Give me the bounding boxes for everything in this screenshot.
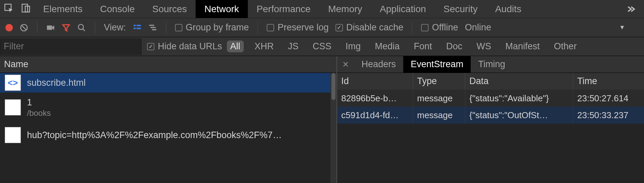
svg-rect-12 (152, 29, 156, 30)
request-name: 1 (27, 97, 51, 108)
preserve-log-checkbox[interactable]: Preserve log (267, 22, 329, 33)
throttling-select[interactable]: Online (465, 22, 491, 33)
svg-rect-6 (134, 25, 136, 26)
type-xhr[interactable]: XHR (251, 41, 277, 52)
type-all[interactable]: All (227, 41, 244, 52)
type-font[interactable]: Font (410, 41, 435, 52)
tab-audits[interactable]: Audits (486, 0, 530, 18)
dropdown-icon[interactable]: ▼ (619, 24, 639, 31)
more-tabs-icon[interactable] (626, 0, 644, 18)
view-large-icon[interactable] (133, 23, 142, 32)
type-manifest[interactable]: Manifest (502, 41, 543, 52)
type-ws[interactable]: WS (473, 41, 495, 52)
request-name: subscribe.html (27, 78, 86, 88)
svg-rect-8 (134, 28, 136, 29)
disable-cache-checkbox[interactable]: Disable cache (335, 22, 404, 33)
detail-tabs: ✕ Headers EventStream Timing (337, 56, 644, 73)
main-split: Name <> subscribe.html 1 /books hub?topi… (0, 56, 644, 183)
requests-pane: Name <> subscribe.html 1 /books hub?topi… (0, 56, 337, 183)
col-time[interactable]: Time (573, 73, 644, 89)
filter-icon[interactable] (62, 23, 70, 32)
type-doc[interactable]: Doc (443, 41, 466, 52)
inspect-element-icon[interactable] (4, 3, 13, 15)
offline-checkbox[interactable]: Offline (421, 22, 458, 33)
group-by-frame-label: Group by frame (186, 22, 249, 33)
tab-headers[interactable]: Headers (354, 56, 403, 73)
devtools-tabbar: Elements Console Sources Network Perform… (0, 0, 644, 18)
cell-type: message (413, 107, 465, 124)
svg-rect-9 (136, 28, 141, 29)
divider (166, 22, 166, 33)
type-js[interactable]: JS (285, 41, 302, 52)
type-css[interactable]: CSS (309, 41, 335, 52)
type-media[interactable]: Media (372, 41, 403, 52)
requests-list: <> subscribe.html 1 /books hub?topic=htt… (0, 73, 336, 183)
request-row[interactable]: hub?topic=http%3A%2F%2Fexample.com%2Fboo… (0, 122, 336, 148)
event-row[interactable]: c591d1d4-fd… message {"status":"OutOfSt…… (337, 107, 644, 124)
divider (412, 22, 412, 33)
filter-input[interactable] (0, 38, 142, 55)
cell-time: 23:50:27.614 (573, 90, 644, 107)
col-type[interactable]: Type (413, 73, 465, 89)
close-icon[interactable]: ✕ (337, 56, 354, 73)
type-filters: All XHR JS CSS Img Media Font Doc WS Man… (227, 41, 580, 52)
request-row[interactable]: <> subscribe.html (0, 73, 336, 93)
clear-icon[interactable] (20, 23, 28, 32)
offline-label: Offline (432, 22, 458, 33)
view-waterfall-icon[interactable] (148, 23, 157, 32)
network-toolbar: View: Group by frame Preserve log Disabl… (0, 18, 644, 37)
svg-rect-11 (150, 27, 155, 28)
record-icon[interactable] (5, 24, 13, 31)
checkbox-icon (335, 24, 343, 31)
tab-security[interactable]: Security (435, 0, 486, 18)
tab-application[interactable]: Application (371, 0, 435, 18)
tab-console[interactable]: Console (91, 0, 144, 18)
cell-type: message (413, 90, 465, 107)
preserve-log-label: Preserve log (277, 22, 329, 33)
inspect-buttons (0, 0, 34, 18)
svg-rect-7 (136, 25, 141, 26)
camera-icon[interactable] (46, 23, 55, 32)
cell-id: 82896b5e-b… (337, 90, 413, 107)
cell-time: 23:50:33.237 (573, 107, 644, 124)
group-by-frame-checkbox[interactable]: Group by frame (175, 22, 249, 33)
scrollbar-thumb[interactable] (331, 73, 335, 100)
throttling-label: Online (465, 22, 491, 33)
filter-bar: Hide data URLs All XHR JS CSS Img Media … (0, 37, 644, 56)
type-other[interactable]: Other (551, 41, 580, 52)
scrollbar[interactable] (330, 73, 336, 183)
document-icon (5, 127, 21, 143)
col-data[interactable]: Data (465, 73, 573, 89)
eventstream-header: Id Type Data Time (337, 73, 644, 90)
svg-rect-4 (47, 25, 52, 30)
type-img[interactable]: Img (342, 41, 364, 52)
tab-sources[interactable]: Sources (143, 0, 196, 18)
tab-timing[interactable]: Timing (471, 56, 513, 73)
tab-eventstream[interactable]: EventStream (403, 56, 471, 73)
checkbox-icon (175, 24, 182, 31)
svg-point-5 (78, 24, 83, 29)
col-id[interactable]: Id (337, 73, 413, 89)
hide-data-urls-checkbox[interactable]: Hide data URLs (147, 41, 222, 52)
tab-elements[interactable]: Elements (34, 0, 91, 18)
cell-data: {"status":"Available"} (465, 90, 573, 107)
svg-rect-10 (149, 25, 154, 26)
request-path: /books (27, 108, 51, 118)
tab-network[interactable]: Network (196, 0, 248, 18)
detail-pane: ✕ Headers EventStream Timing Id Type Dat… (337, 56, 644, 183)
checkbox-icon (147, 43, 154, 50)
cell-id: c591d1d4-fd… (337, 107, 413, 124)
view-label: View: (104, 22, 126, 33)
name-column-header[interactable]: Name (0, 56, 336, 73)
document-icon (5, 99, 21, 115)
disable-cache-label: Disable cache (346, 22, 404, 33)
tab-performance[interactable]: Performance (248, 0, 319, 18)
toggle-device-icon[interactable] (21, 3, 30, 15)
tab-memory[interactable]: Memory (319, 0, 371, 18)
request-row[interactable]: 1 /books (0, 93, 336, 122)
event-row[interactable]: 82896b5e-b… message {"status":"Available… (337, 90, 644, 107)
cell-data: {"status":"OutOfSt… (465, 107, 573, 124)
search-icon[interactable] (77, 23, 86, 32)
checkbox-icon (421, 24, 429, 31)
hide-data-urls-label: Hide data URLs (158, 41, 222, 52)
